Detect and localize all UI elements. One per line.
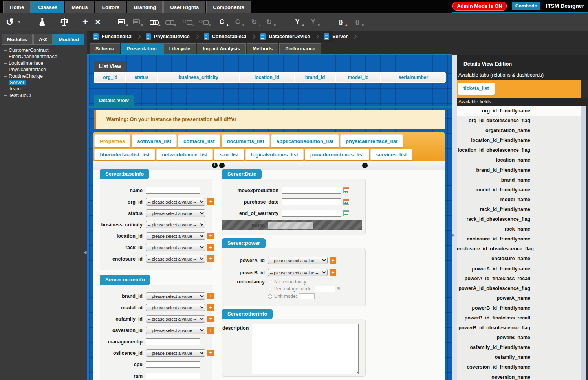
breadcrumb-item[interactable]: ConnectableCI: [200, 31, 257, 42]
details-tab[interactable]: networkdevice_list: [156, 149, 213, 160]
available-field-item[interactable]: rack_name: [457, 224, 581, 234]
cpu-input[interactable]: [146, 361, 200, 368]
available-field-item[interactable]: location_id_friendlyname: [457, 136, 581, 145]
move2production-input[interactable]: [282, 187, 341, 194]
class-add-icon[interactable]: [218, 16, 226, 28]
breadcrumb-item[interactable]: FunctionalCI: [90, 31, 142, 42]
percentage-mode-radio[interactable]: [268, 287, 272, 291]
class-tree-item[interactable]: Server: [3, 79, 84, 86]
powerA-id-select[interactable]: -- please select a value --: [268, 257, 328, 264]
details-tab[interactable]: contacts_list: [178, 134, 220, 147]
powerA-id-add-button[interactable]: [330, 257, 336, 264]
available-field-item[interactable]: rack_id_friendlyname: [457, 205, 581, 215]
main-vertical-scrollbar[interactable]: [452, 55, 457, 380]
status-select[interactable]: -- please select a value --: [146, 209, 205, 217]
link-add-icon[interactable]: [149, 16, 158, 28]
details-tab[interactable]: physicalinterface_list: [340, 134, 403, 147]
available-field-item[interactable]: model_id_friendlyname: [457, 185, 581, 195]
available-field-item[interactable]: powerA_id_obsolescence_flag: [457, 284, 581, 294]
available-field-item[interactable]: location_name: [457, 155, 581, 165]
org-id-add-button[interactable]: [207, 198, 214, 205]
breadcrumb-item[interactable]: PhysicalDevice: [142, 31, 200, 42]
calendar-icon[interactable]: [343, 199, 349, 205]
enclosure-id-add-button[interactable]: [207, 255, 214, 262]
details-tab[interactable]: providercontracts_list: [305, 149, 370, 160]
class-tree-item[interactable]: Team: [3, 86, 84, 92]
class-tree-item[interactable]: CustomerContract: [3, 47, 84, 53]
main-nav-tab[interactable]: Editors: [95, 1, 126, 13]
breadcrumb-item[interactable]: Server: [320, 31, 358, 42]
main-nav-tab[interactable]: User Rights: [163, 1, 205, 13]
combodo-badge[interactable]: Combodo: [512, 2, 540, 10]
description-textarea[interactable]: [252, 324, 359, 374]
list-view-column[interactable]: location_id: [240, 73, 294, 82]
class-edit-tab[interactable]: Methods: [247, 43, 278, 54]
section-header-baseinfo[interactable]: Server:baseinfo: [100, 169, 149, 179]
available-field-item[interactable]: osfamily_name: [457, 352, 581, 362]
details-tab[interactable]: services_list: [370, 149, 412, 160]
details-tab[interactable]: documents_list: [222, 134, 270, 147]
org-id-select[interactable]: -- please select a value --: [146, 198, 205, 206]
class-browser-tab[interactable]: Modules: [2, 34, 33, 45]
percentage-input[interactable]: [315, 286, 335, 292]
powerB-id-select[interactable]: -- please select a value --: [268, 269, 328, 276]
oslicence-id-select[interactable]: -- please select a value --: [146, 349, 205, 357]
main-nav-tab[interactable]: Branding: [127, 1, 163, 13]
main-nav-tab[interactable]: Menus: [65, 1, 94, 13]
undo-icon[interactable]: [5, 16, 14, 28]
enclosure-id-select[interactable]: -- please select a value --: [146, 255, 205, 263]
available-field-item[interactable]: enclosure_id_obsolescence_flag: [457, 244, 581, 254]
flask-icon[interactable]: [38, 16, 46, 28]
section-header-date[interactable]: Server:Date: [222, 169, 262, 179]
available-field-item[interactable]: powerB_name: [457, 333, 581, 343]
main-nav-tab[interactable]: Classes: [31, 1, 64, 13]
details-tab[interactable]: logicalvolumes_list: [245, 149, 304, 160]
class-tree-item[interactable]: PhysicalInterface: [3, 66, 84, 73]
osfamily-id-select[interactable]: -- please select a value --: [146, 315, 205, 323]
breadcrumb-item[interactable]: DatacenterDevice: [256, 31, 320, 42]
relation-add-icon[interactable]: [293, 16, 302, 28]
class-edit-tab[interactable]: Lifecycle: [163, 43, 196, 54]
brand-id-add-button[interactable]: [207, 293, 214, 299]
available-field-item[interactable]: powerA_name: [457, 294, 581, 303]
class-edit-tab[interactable]: Impact Analysis: [197, 43, 246, 54]
available-field-item[interactable]: organization_name: [457, 126, 581, 136]
rack-id-add-button[interactable]: [207, 244, 214, 251]
name-input[interactable]: [146, 187, 200, 194]
screen-add-icon[interactable]: [117, 16, 126, 28]
class-cross-icon[interactable]: [93, 16, 102, 28]
list-view-column[interactable]: brand_id: [295, 73, 335, 82]
column-add-right-button[interactable]: [362, 163, 368, 168]
calendar-icon[interactable]: [343, 210, 349, 216]
unit-mode-radio[interactable]: [268, 294, 272, 299]
braces-add-icon[interactable]: [336, 16, 345, 28]
rack-id-select[interactable]: -- please select a value --: [146, 244, 205, 251]
details-tab[interactable]: softwares_list: [132, 134, 177, 147]
class-browser-tab[interactable]: A-Z: [33, 34, 53, 45]
available-field-item[interactable]: brand_id_friendlyname: [457, 165, 581, 175]
class-edit-tab[interactable]: Performance: [279, 43, 321, 54]
end-of-warranty-input[interactable]: [282, 210, 341, 217]
osfamily-id-add-button[interactable]: [207, 316, 214, 322]
model-id-select[interactable]: -- please select a value --: [146, 304, 205, 311]
no-redundancy-radio[interactable]: [268, 280, 272, 284]
model-id-add-button[interactable]: [207, 304, 214, 311]
available-field-item[interactable]: org_id_friendlyname: [457, 106, 581, 116]
class-tree-item[interactable]: RoutineChange: [3, 73, 84, 79]
list-view-column[interactable]: status: [126, 73, 157, 82]
available-field-item[interactable]: powerA_id_finalclass_recall: [457, 274, 581, 284]
class-edit-tab[interactable]: Schema: [90, 43, 120, 54]
available-tab-chip[interactable]: tickets_list: [458, 83, 495, 95]
available-field-item[interactable]: osversion_id_friendlyname: [457, 362, 581, 372]
available-field-item[interactable]: powerA_id_friendlyname: [457, 264, 581, 274]
available-field-item[interactable]: enclosure_name: [457, 254, 581, 264]
class-plus-icon[interactable]: [81, 16, 90, 28]
osversion-id-select[interactable]: -- please select a value --: [146, 327, 205, 334]
column-remove-button[interactable]: [219, 163, 225, 168]
available-field-item[interactable]: osfamily_id_friendlyname: [457, 343, 581, 352]
brand-id-select[interactable]: -- please select a value --: [146, 292, 205, 300]
list-view-column[interactable]: model_id: [336, 73, 380, 82]
section-header-moreinfo[interactable]: Server:moreinfo: [100, 275, 150, 285]
column-add-button[interactable]: [212, 163, 218, 168]
oslicence-id-add-button[interactable]: [207, 350, 214, 356]
